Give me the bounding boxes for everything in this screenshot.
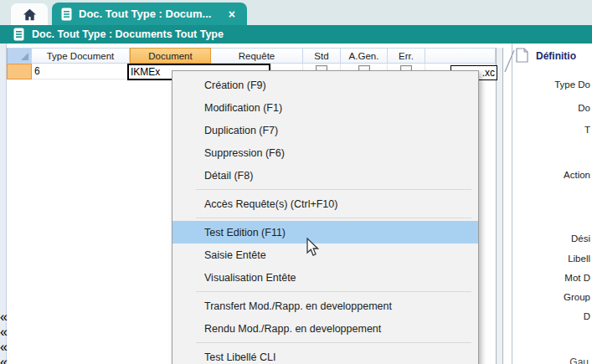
menu-separator <box>196 342 471 343</box>
grid-header: Type Document Document Requête Std A.Gen… <box>7 48 496 64</box>
menu-item[interactable]: Création (F9) <box>172 74 478 96</box>
panel-field-label: Do <box>578 103 590 113</box>
column-header-err[interactable]: Err. <box>388 48 425 64</box>
column-header-requete[interactable]: Requête <box>211 48 303 64</box>
menu-separator <box>196 291 471 292</box>
cell-type-document[interactable]: 6 <box>32 64 130 79</box>
panel-field-label: Group <box>564 292 590 302</box>
column-header-agen[interactable]: A.Gen. <box>341 48 388 64</box>
panel-field-label: Action <box>564 170 590 180</box>
menu-separator <box>196 189 471 190</box>
menu-item[interactable]: Test Edition (F11) <box>172 221 478 244</box>
menu-item[interactable]: Modification (F1) <box>172 96 478 119</box>
definition-panel: Définitio Type DoDoTActionDésiLibellMot … <box>503 44 592 364</box>
title-bar: Doc. Tout Type : Documents Tout Type <box>0 25 592 44</box>
menu-item[interactable]: Accès Requête(s) (Ctrl+F10) <box>172 192 478 215</box>
panel-field-label: D <box>584 311 590 321</box>
panel-field-label: Dési <box>571 233 590 244</box>
column-header-document[interactable]: Document <box>130 48 211 64</box>
panel-title: Définitio <box>536 50 576 62</box>
cell-fragment-text: .xc <box>482 67 495 79</box>
menu-item[interactable]: Visualisation Entête <box>172 266 478 289</box>
close-icon[interactable]: × <box>225 8 239 21</box>
document-icon <box>13 28 24 41</box>
grid-corner-cell[interactable] <box>7 48 32 64</box>
cursor-icon <box>306 238 319 258</box>
vertical-scrollbar[interactable] <box>496 48 503 364</box>
column-header-type-document[interactable]: Type Document <box>32 48 130 64</box>
splitter-grip-icon[interactable]: ««« «« <box>0 310 6 364</box>
menu-item[interactable]: Transfert Mod./Rapp. en developpement <box>172 295 478 317</box>
page-icon <box>516 48 528 66</box>
context-menu: Création (F9)Modification (F1)Duplicatio… <box>172 70 479 364</box>
panel-field-label: Type Do <box>554 79 590 90</box>
menu-item[interactable]: Saisie Entête <box>172 244 478 266</box>
tab-title: Doc. Tout Type : Docum... <box>79 8 219 20</box>
menu-item[interactable]: Duplication (F7) <box>172 119 478 141</box>
panel-field-label: T <box>584 125 590 135</box>
panel-field-label: Mot D <box>564 273 590 283</box>
panel-footer-fragment: Gau <box>569 356 589 364</box>
panel-border <box>512 44 512 364</box>
menu-item[interactable]: Détail (F8) <box>172 164 478 187</box>
cell-editor-value: IKMEx <box>131 66 160 78</box>
tab-doc-tout-type[interactable]: Doc. Tout Type : Docum... × <box>52 3 247 25</box>
panel-field-label: Libell <box>568 254 590 264</box>
column-header-empty[interactable] <box>425 48 496 64</box>
row-selector-cell[interactable] <box>7 64 32 79</box>
page-title: Doc. Tout Type : Documents Tout Type <box>32 28 224 40</box>
home-tab[interactable] <box>11 3 48 25</box>
menu-item[interactable]: Test Libellé CLI <box>172 346 478 364</box>
menu-item[interactable]: Suppression (F6) <box>172 141 478 164</box>
document-icon <box>61 8 72 21</box>
column-header-std[interactable]: Std <box>303 48 341 64</box>
menu-item[interactable]: Rendu Mod./Rapp. en developpement <box>172 317 478 340</box>
panel-tab-edge <box>504 49 516 74</box>
tab-bar: Doc. Tout Type : Docum... × <box>0 0 592 25</box>
menu-separator <box>196 218 471 218</box>
home-icon <box>23 8 37 21</box>
content-area: ««« «« Type Document Document Requête St… <box>0 44 592 364</box>
